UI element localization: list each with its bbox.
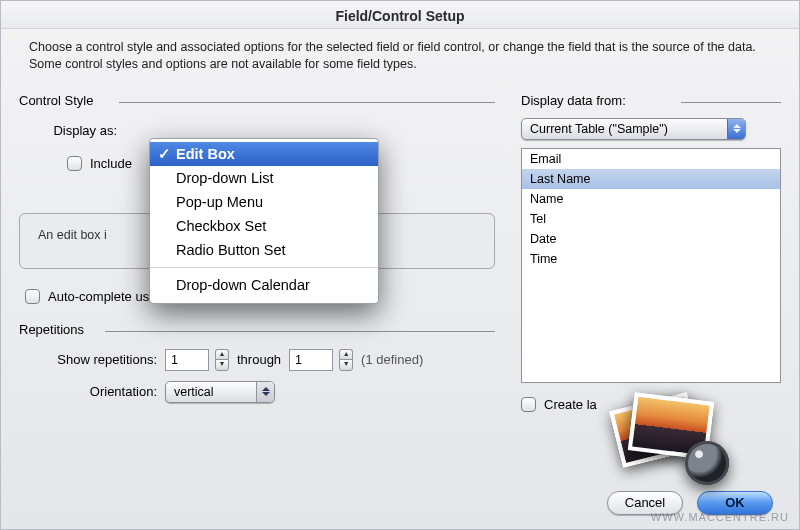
intro-text: Choose a control style and associated op… (1, 29, 799, 77)
repetitions-to-stepper[interactable]: ▲▼ (339, 349, 353, 371)
display-as-label: Display as: (37, 123, 117, 138)
field-list-item[interactable]: Name (522, 189, 780, 209)
create-checkbox[interactable] (521, 397, 536, 412)
display-as-option[interactable]: Drop-down List (150, 166, 378, 190)
field-list-item[interactable]: Last Name (522, 169, 780, 189)
repetitions-from-input[interactable] (165, 349, 209, 371)
display-as-option[interactable]: Pop-up Menu (150, 190, 378, 214)
field-list-item[interactable]: Time (522, 249, 780, 269)
watermark-text: WWW.MACCENTRE.RU (651, 511, 789, 523)
data-source-popup[interactable]: Current Table ("Sample") (521, 118, 746, 140)
repetitions-to-input[interactable] (289, 349, 333, 371)
display-as-option[interactable]: Drop-down Calendar (150, 273, 378, 297)
orientation-popup[interactable]: vertical (165, 381, 275, 403)
create-label: Create la (544, 397, 597, 412)
repetitions-from-stepper[interactable]: ▲▼ (215, 349, 229, 371)
display-as-option[interactable]: Radio Button Set (150, 238, 378, 262)
menu-separator (150, 267, 378, 268)
include-label: Include (90, 156, 132, 171)
dialog-title: Field/Control Setup (1, 1, 799, 29)
control-style-heading: Control Style (19, 93, 495, 110)
include-checkbox[interactable] (67, 156, 82, 171)
field-list-item[interactable]: Email (522, 149, 780, 169)
lens-icon (685, 441, 729, 485)
display-data-heading: Display data from: (521, 93, 781, 110)
field-list-item[interactable]: Tel (522, 209, 780, 229)
field-listbox[interactable]: EmailLast NameNameTelDateTime (521, 148, 781, 383)
display-as-option[interactable]: Edit Box (150, 142, 378, 166)
repetitions-heading: Repetitions (19, 322, 495, 339)
show-repetitions-label: Show repetitions: (27, 352, 157, 367)
auto-complete-checkbox[interactable] (25, 289, 40, 304)
defined-label: (1 defined) (361, 352, 423, 367)
field-list-item[interactable]: Date (522, 229, 780, 249)
display-as-dropdown[interactable]: Edit BoxDrop-down ListPop-up MenuCheckbo… (149, 138, 379, 304)
dialog-window: Field/Control Setup Choose a control sty… (0, 0, 800, 530)
display-as-option[interactable]: Checkbox Set (150, 214, 378, 238)
orientation-label: Orientation: (27, 384, 157, 399)
through-label: through (237, 352, 281, 367)
